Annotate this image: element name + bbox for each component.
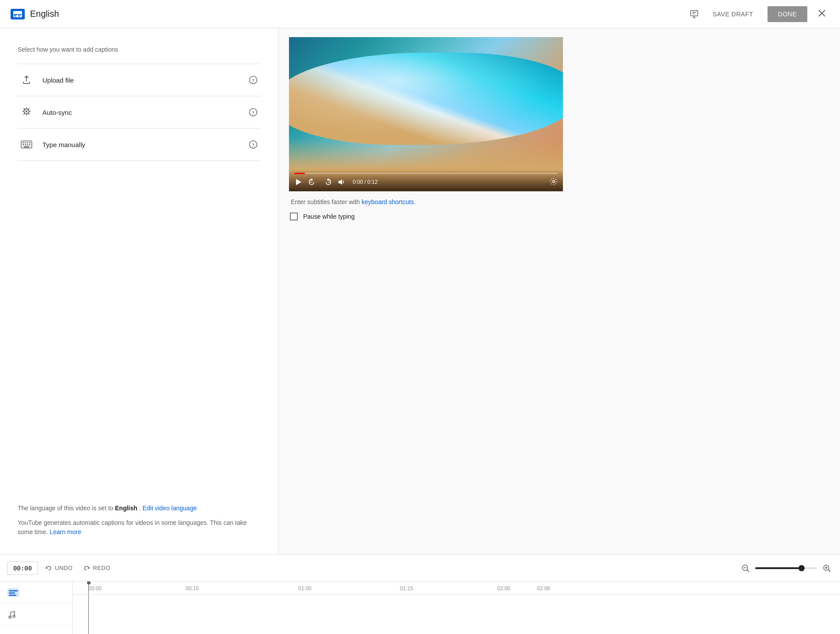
play-button[interactable] [294,178,302,186]
timeline-section: UNDO REDO [0,554,840,634]
timeline-tracks-body [73,595,840,634]
time-input[interactable] [7,562,38,575]
track-icons [0,581,73,634]
svg-rect-3 [18,14,22,15]
svg-rect-1 [14,14,18,15]
svg-marker-38 [338,179,342,185]
autosync-icon [18,107,35,118]
svg-text:10: 10 [309,180,312,183]
learn-more-link[interactable]: Learn more [49,528,81,535]
video-controls-bar: 10 10 [289,169,563,191]
svg-text:!: ! [696,10,697,13]
svg-text:?: ? [252,78,255,83]
done-button[interactable]: DONE [768,6,807,22]
type-manually-label: Type manually [42,141,246,148]
auto-sync-option[interactable]: Auto-sync ? [18,96,260,129]
header: English ! SAVE DRAFT DONE [0,0,840,28]
type-manually-help-button[interactable]: ? [246,137,260,152]
type-manually-option[interactable]: Type manually ? [18,129,260,161]
svg-rect-2 [14,15,16,16]
zoom-out-button[interactable] [739,562,752,574]
timeline-tracks: 00:00 00:15 01:00 01:15 02:00 02:06 [0,581,840,634]
auto-sync-label: Auto-sync [42,109,246,116]
pause-while-typing-checkbox[interactable] [290,213,298,220]
svg-point-54 [13,615,15,617]
svg-rect-25 [29,142,30,144]
header-left: English [11,9,690,19]
svg-line-48 [829,570,830,572]
svg-rect-50 [9,590,18,592]
svg-rect-24 [27,142,28,144]
page-title: English [30,9,59,19]
music-track-row [0,604,72,626]
caption-options: Upload file ? [18,64,260,161]
marker-15: 00:15 [186,585,199,592]
video-thumbnail [289,37,563,191]
edit-language-link[interactable]: Edit video language [142,505,197,512]
upload-icon [18,75,35,85]
subtitle-icon [11,9,25,19]
select-caption-title: Select how you want to add captions [18,46,260,53]
svg-line-44 [747,570,749,572]
autosync-help-button[interactable]: ? [246,105,260,119]
right-panel: 10 10 [278,28,840,554]
language-info: The language of this video is set to Eng… [18,504,260,513]
controls-row: 10 10 [294,178,558,187]
keyboard-icon [18,140,35,148]
zoom-slider-thumb [798,565,805,571]
svg-text:?: ? [252,110,255,115]
marker-0: 00:00 [88,585,102,592]
forward-10-button[interactable]: 10 [323,178,332,186]
playhead-line [88,595,89,634]
main-content: Select how you want to add captions Uplo [0,28,840,554]
svg-rect-26 [23,144,24,146]
svg-point-39 [553,180,555,182]
pause-while-typing-label[interactable]: Pause while typing [303,213,355,220]
left-top: Select how you want to add captions Uplo [18,46,260,161]
marker-200: 02:00 [497,585,510,592]
svg-rect-51 [9,592,15,594]
feedback-button[interactable]: ! [690,10,699,19]
pause-typing-row: Pause while typing [289,213,829,220]
progress-fill [294,173,305,174]
svg-rect-30 [24,146,29,148]
svg-rect-29 [29,144,30,146]
save-draft-button[interactable]: SAVE DRAFT [706,7,760,21]
timeline-ruler: 00:00 00:15 01:00 01:15 02:00 02:06 [73,581,840,595]
svg-rect-28 [27,144,28,146]
svg-text:10: 10 [327,180,331,183]
header-right: ! SAVE DRAFT DONE [690,6,829,22]
marker-115: 01:15 [400,585,413,592]
rewind-10-button[interactable]: 10 [308,178,317,186]
zoom-in-button[interactable] [821,562,833,574]
undo-button[interactable]: UNDO [42,561,76,575]
zoom-slider[interactable] [755,567,817,569]
upload-file-option[interactable]: Upload file ? [18,64,260,96]
progress-bar[interactable] [294,173,558,174]
left-bottom: The language of this video is set to Eng… [18,495,260,537]
keyboard-shortcuts-link[interactable]: keyboard shortcuts. [361,198,415,205]
close-button[interactable] [814,6,829,22]
volume-button[interactable] [338,178,346,186]
redo-button[interactable]: REDO [80,561,114,575]
svg-point-18 [26,110,27,112]
timeline-area: 00:00 00:15 01:00 01:15 02:00 02:06 [73,581,840,634]
left-panel: Select how you want to add captions Uplo [0,28,278,554]
subtitle-track-row [0,581,72,604]
shortcuts-text: Enter subtitles faster with keyboard sho… [289,198,829,205]
upload-help-button[interactable]: ? [246,73,260,87]
music-track-button[interactable] [7,610,16,619]
svg-point-53 [9,616,11,618]
zoom-slider-fill [755,567,802,569]
auto-caption-info: YouTube generates automatic captions for… [18,518,260,537]
svg-rect-22 [23,142,24,144]
settings-button[interactable] [550,178,558,187]
subtitle-track-button[interactable] [7,588,19,597]
zoom-controls [739,562,833,574]
marker-206: 02:06 [537,585,550,592]
upload-file-label: Upload file [42,76,246,84]
video-container: 10 10 [289,37,563,191]
svg-rect-52 [9,595,16,596]
svg-marker-33 [296,179,301,185]
marker-100: 01:00 [298,585,312,592]
